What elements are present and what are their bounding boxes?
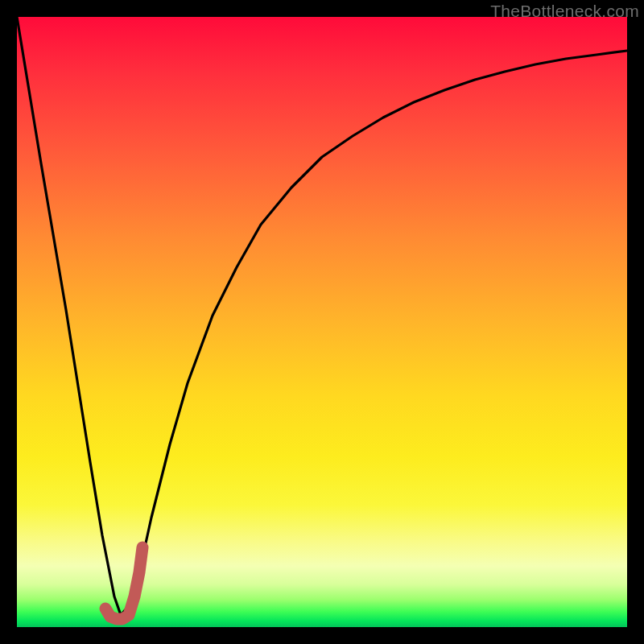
watermark-text: TheBottleneck.com (490, 2, 639, 21)
chart-frame: TheBottleneck.com (0, 0, 644, 644)
chart-svg (17, 17, 627, 627)
bottleneck-curve (17, 17, 627, 615)
plot-area (17, 17, 627, 627)
